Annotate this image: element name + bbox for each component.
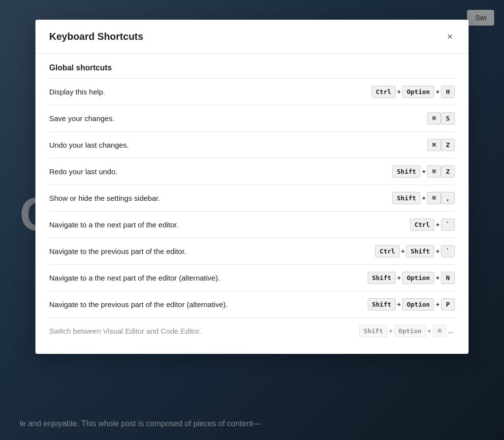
shortcut-description: Switch between Visual Editor and Code Ed…: [49, 318, 314, 345]
key-badge: Ctrl: [372, 86, 396, 98]
key-badge: S: [441, 112, 455, 125]
key-badge: `: [441, 245, 455, 257]
shortcut-row: Navigate to a the next part of the edito…: [49, 212, 455, 238]
key-badge: Ctrl: [410, 219, 434, 231]
key-badge: Option: [402, 272, 434, 284]
key-separator: +: [397, 88, 401, 95]
shortcut-keys: ⌘Z: [314, 132, 455, 158]
key-badge: H: [441, 86, 455, 98]
shortcut-row: Redo your last undo.Shift+⌘Z: [49, 158, 455, 185]
shortcut-row: Navigate to a the next part of the edito…: [49, 265, 455, 291]
key-badge: N: [441, 272, 455, 284]
shortcut-keys: Ctrl+Shift+`: [314, 238, 455, 265]
section-title: Global shortcuts: [49, 54, 455, 78]
shortcut-row: Navigate to the previous part of the edi…: [49, 291, 455, 318]
key-separator: +: [422, 168, 426, 175]
modal-title: Keyboard Shortcuts: [49, 31, 143, 42]
key-separator: +: [422, 194, 426, 202]
key-separator: +: [436, 248, 440, 255]
key-badge: Shift: [392, 192, 420, 204]
key-badge: P: [441, 298, 455, 311]
shortcut-description: Navigate to the previous part of the edi…: [49, 238, 314, 265]
key-badge: ⌘: [427, 165, 441, 178]
close-button[interactable]: ×: [445, 30, 455, 43]
shortcut-row: Show or hide the settings sidebar.Shift+…: [49, 185, 455, 212]
shortcut-keys: Shift+Option+P: [314, 291, 455, 318]
shortcut-description: Display this help.: [49, 79, 314, 105]
key-badge: Z: [441, 139, 455, 151]
shortcut-description: Navigate to a the next part of the edito…: [49, 212, 314, 238]
key-badge: ⌘: [427, 192, 441, 204]
key-badge: ⌘: [427, 112, 441, 125]
shortcut-row: Display this help.Ctrl+Option+H: [49, 79, 455, 105]
shortcut-keys: Ctrl+Option+H: [314, 79, 455, 105]
key-separator: +: [436, 274, 440, 282]
shortcut-description: Save your changes.: [49, 105, 314, 132]
shortcut-description: Undo your last changes.: [49, 132, 314, 158]
key-separator: +: [389, 327, 393, 335]
key-badge: Shift: [368, 272, 396, 284]
shortcut-row: Switch between Visual Editor and Code Ed…: [49, 318, 455, 345]
shortcut-description: Redo your last undo.: [49, 158, 314, 185]
shortcut-keys: Shift+⌘,: [314, 185, 455, 212]
key-badge: ⌘: [427, 139, 441, 151]
key-badge: Shift: [368, 298, 396, 311]
key-separator: +: [397, 274, 401, 282]
shortcut-row: Navigate to the previous part of the edi…: [49, 238, 455, 265]
modal-overlay: Keyboard Shortcuts × Global shortcuts Di…: [0, 0, 504, 440]
key-badge: ⌘: [433, 325, 446, 337]
key-badge: Option: [402, 298, 434, 311]
key-badge: Z: [441, 165, 455, 178]
key-badge: `: [441, 219, 455, 231]
shortcut-keys: ⌘S: [314, 105, 455, 132]
modal-header: Keyboard Shortcuts ×: [35, 20, 469, 54]
shortcut-keys: Shift+⌘Z: [314, 158, 455, 185]
key-separator: +: [397, 301, 401, 308]
shortcut-description: Show or hide the settings sidebar.: [49, 185, 314, 212]
key-separator: +: [436, 301, 440, 308]
key-badge: ,: [441, 192, 455, 204]
key-separator: +: [436, 88, 440, 95]
key-badge: Option: [394, 325, 426, 337]
keyboard-shortcuts-modal: Keyboard Shortcuts × Global shortcuts Di…: [35, 20, 469, 354]
key-badge: Shift: [406, 245, 434, 257]
key-badge: Shift: [392, 165, 420, 178]
shortcut-row: Undo your last changes.⌘Z: [49, 132, 455, 158]
shortcut-description: Navigate to a the next part of the edito…: [49, 265, 314, 291]
key-badge: Ctrl: [375, 245, 399, 257]
shortcut-keys: Shift+Option+⌘...: [314, 318, 455, 345]
shortcut-keys: Ctrl+`: [314, 212, 455, 238]
shortcut-row: Save your changes.⌘S: [49, 105, 455, 132]
key-badge: Option: [402, 86, 434, 98]
shortcuts-table: Display this help.Ctrl+Option+HSave your…: [49, 78, 455, 344]
shortcut-keys: Shift+Option+N: [314, 265, 455, 291]
key-badge: Shift: [359, 325, 387, 337]
modal-body: Global shortcuts Display this help.Ctrl+…: [35, 54, 469, 354]
key-separator: +: [401, 248, 405, 255]
shortcut-description: Navigate to the previous part of the edi…: [49, 291, 314, 318]
key-separator: +: [436, 221, 440, 228]
key-separator: +: [428, 327, 432, 335]
key-separator: ...: [448, 327, 453, 335]
